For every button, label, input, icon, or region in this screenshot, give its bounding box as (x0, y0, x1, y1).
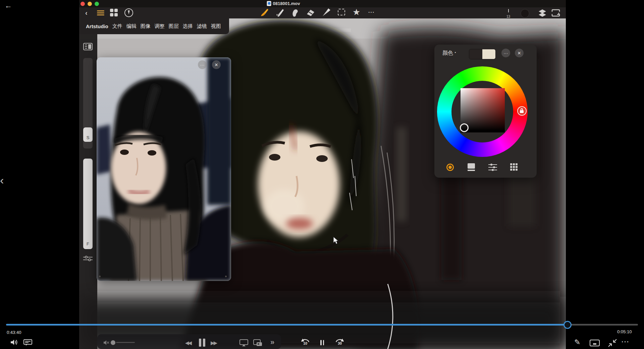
reference-photo (97, 57, 231, 281)
reference-close-button[interactable]: ✕ (212, 60, 221, 69)
player-screen: ← ‹ (0, 0, 644, 349)
mouse-cursor (333, 236, 339, 245)
menu-edit[interactable]: 编辑 (126, 23, 137, 30)
menu-adjust[interactable]: 调整 (155, 23, 165, 30)
primary-secondary-swatch[interactable] (469, 49, 496, 59)
exit-fullscreen-icon[interactable] (608, 339, 617, 347)
mac-titlebar (79, 0, 566, 7)
minimize-window-button[interactable] (88, 2, 92, 6)
selection-marquee-tool[interactable] (338, 9, 345, 15)
panel-toggle-icon[interactable] (83, 43, 93, 50)
zoom-window-button[interactable] (95, 2, 99, 6)
more-controls-chevron[interactable]: » (270, 338, 274, 347)
reference-more-button[interactable]: ··· (198, 60, 207, 69)
favorites-star-tool[interactable]: ★ (353, 8, 360, 16)
reference-image-window[interactable]: ··· ✕ (97, 57, 231, 281)
menu-layer[interactable]: 图层 (169, 23, 179, 30)
fullscreen-canvas-icon[interactable] (551, 9, 560, 17)
reference-resize-handle-right[interactable] (225, 276, 227, 277)
close-window-button[interactable] (80, 2, 85, 6)
color-panel-close-button[interactable]: ✕ (515, 49, 524, 57)
timeline-playhead[interactable] (564, 321, 572, 329)
annotate-pencil-icon[interactable]: ✎ (574, 338, 580, 347)
sv-selector[interactable] (460, 123, 469, 132)
subtitles-icon[interactable] (23, 339, 32, 346)
tab-color-square[interactable] (468, 163, 475, 171)
elapsed-time: 0:43:40 (7, 330, 21, 335)
mini-pause-button[interactable] (320, 340, 325, 347)
primary-color[interactable] (469, 49, 482, 59)
airplay-icon[interactable] (239, 339, 248, 347)
eraser-tool[interactable] (306, 8, 315, 17)
menu-file[interactable]: 文件 (112, 23, 122, 30)
volume-slider-track[interactable] (116, 342, 135, 343)
brush-size-slider-thumb[interactable]: S (83, 127, 93, 142)
touchbar-icon[interactable] (590, 340, 600, 346)
volume-icon[interactable] (10, 339, 18, 346)
timeline-remaining[interactable] (568, 324, 638, 326)
movie-file-icon (267, 1, 271, 6)
menu-view[interactable]: 视图 (211, 23, 221, 30)
fast-forward-button[interactable]: ▶▶ (211, 340, 216, 346)
tab-color-palette[interactable] (510, 163, 518, 171)
menu-image[interactable]: 图像 (141, 23, 151, 30)
main-menu-icon[interactable] (97, 9, 104, 16)
color-panel: 颜色 • ··· ✕ (434, 45, 537, 178)
paint-brush-tool[interactable] (260, 8, 269, 17)
tab-color-sliders[interactable] (488, 163, 497, 171)
color-picker-tool[interactable] (321, 8, 331, 17)
remaining-time: 0:05:10 (617, 329, 632, 334)
wet-brush-tool[interactable] (275, 8, 284, 17)
video-frame: 0818001.mov ‹ ★ ··· (79, 0, 566, 349)
brush-flow-slider[interactable]: F (83, 159, 93, 249)
reference-resize-handle-left[interactable] (99, 276, 101, 277)
current-color-swatch[interactable] (521, 9, 529, 18)
gallery-grid-icon[interactable] (110, 9, 118, 17)
brush-size-value: 13 (506, 15, 510, 18)
hue-lock-handle[interactable] (517, 106, 527, 116)
tab-color-wheel[interactable] (446, 164, 454, 171)
mute-icon[interactable] (103, 340, 109, 345)
pressure-pen-icon[interactable] (124, 8, 133, 17)
brush-size-cursor (508, 9, 509, 12)
skip-forward-30-button[interactable]: 30 (334, 338, 345, 348)
picture-in-picture-icon[interactable] (253, 339, 263, 347)
menu-filter[interactable]: 滤镜 (197, 23, 207, 30)
volume-slider-knob[interactable] (111, 340, 115, 345)
secondary-color[interactable] (482, 49, 495, 59)
rewind-button[interactable]: ◀◀ (185, 340, 191, 346)
pause-button[interactable] (198, 339, 206, 348)
skip-back-10-button[interactable]: 10 (300, 338, 311, 348)
menubar: Artstudio 文件 编辑 图像 调整 图层 选择 滤镜 视图 (79, 18, 229, 34)
slider-settings-icon[interactable] (83, 256, 93, 261)
timeline-progress[interactable] (6, 324, 568, 326)
layers-icon[interactable] (538, 9, 547, 17)
more-tools-button[interactable]: ··· (368, 9, 375, 15)
window-title: 0818001.mov (267, 1, 300, 6)
player-more-button[interactable]: ··· (622, 339, 630, 346)
color-panel-more-button[interactable]: ··· (501, 49, 510, 57)
menu-artstudio[interactable]: Artstudio (86, 23, 108, 29)
smudge-tool[interactable] (290, 8, 300, 17)
menu-select[interactable]: 选择 (183, 23, 193, 30)
player-back-button[interactable]: ← (5, 1, 12, 10)
color-panel-title: 颜色 • (442, 50, 456, 57)
gallery-back-icon[interactable]: ‹ (85, 9, 88, 17)
previous-media-chevron[interactable]: ‹ (0, 174, 4, 187)
